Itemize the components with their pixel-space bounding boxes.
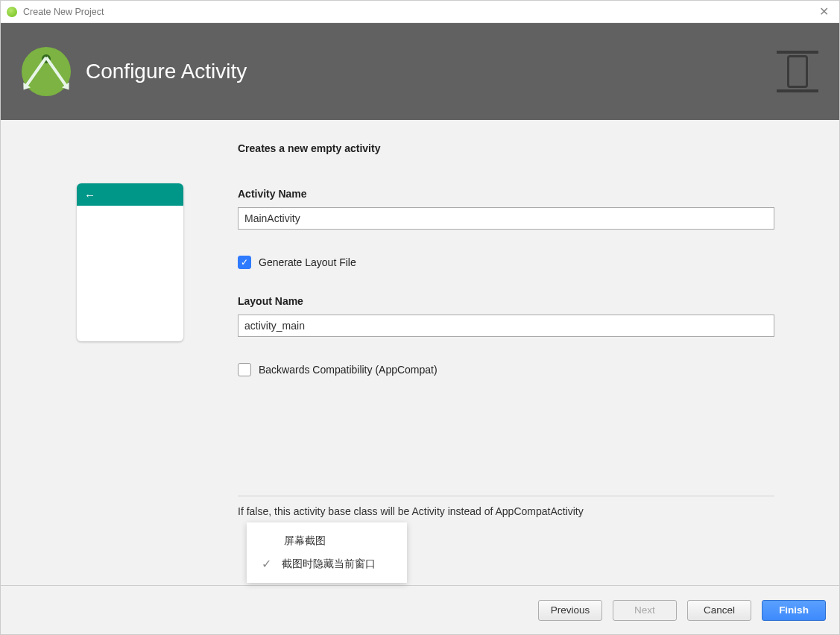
generate-layout-label: Generate Layout File <box>259 256 356 268</box>
help-text: If false, this activity base class will … <box>238 505 774 517</box>
app-icon <box>7 7 17 17</box>
description-text: Creates a new empty activity <box>238 142 774 154</box>
popup-hide-window-option[interactable]: ✓ 截图时隐藏当前窗口 <box>247 552 407 575</box>
activity-name-input[interactable] <box>238 207 774 230</box>
layout-name-block: Layout Name <box>238 295 774 337</box>
check-icon: ✓ <box>262 557 271 571</box>
generate-layout-row[interactable]: Generate Layout File <box>238 256 774 269</box>
android-studio-logo-icon <box>22 47 71 96</box>
window-title: Create New Project <box>23 7 104 17</box>
wizard-title: Configure Activity <box>86 60 247 83</box>
popup-title: 屏幕截图 <box>247 530 407 552</box>
content-area: ← Creates a new empty activity Activity … <box>1 120 839 585</box>
backwards-compat-checkbox[interactable] <box>238 363 251 376</box>
previous-button[interactable]: Previous <box>538 600 602 621</box>
close-icon[interactable]: ✕ <box>815 4 833 19</box>
next-button: Next <box>613 600 677 621</box>
help-separator <box>238 496 774 496</box>
cancel-button[interactable]: Cancel <box>687 600 751 621</box>
device-icon <box>777 51 818 92</box>
preview-column: ← <box>22 142 208 578</box>
popup-option-label: 截图时隐藏当前窗口 <box>282 557 376 571</box>
form-column: Creates a new empty activity Activity Na… <box>238 142 774 578</box>
preview-appbar: ← <box>77 183 183 206</box>
titlebar: Create New Project ✕ <box>1 1 839 23</box>
wizard-header: Configure Activity <box>1 23 839 120</box>
backwards-compat-row[interactable]: Backwards Compatibility (AppCompat) <box>238 363 774 376</box>
backwards-compat-label: Backwards Compatibility (AppCompat) <box>259 364 438 376</box>
activity-name-label: Activity Name <box>238 188 774 200</box>
layout-name-input[interactable] <box>238 315 774 337</box>
screenshot-popup: 屏幕截图 ✓ 截图时隐藏当前窗口 <box>247 522 407 583</box>
activity-preview: ← <box>77 183 183 341</box>
wizard-footer: Previous Next Cancel Finish <box>1 585 839 634</box>
finish-button[interactable]: Finish <box>762 600 826 621</box>
activity-name-block: Activity Name <box>238 188 774 230</box>
layout-name-label: Layout Name <box>238 295 774 307</box>
generate-layout-checkbox[interactable] <box>238 256 251 269</box>
back-arrow-icon: ← <box>84 189 95 201</box>
